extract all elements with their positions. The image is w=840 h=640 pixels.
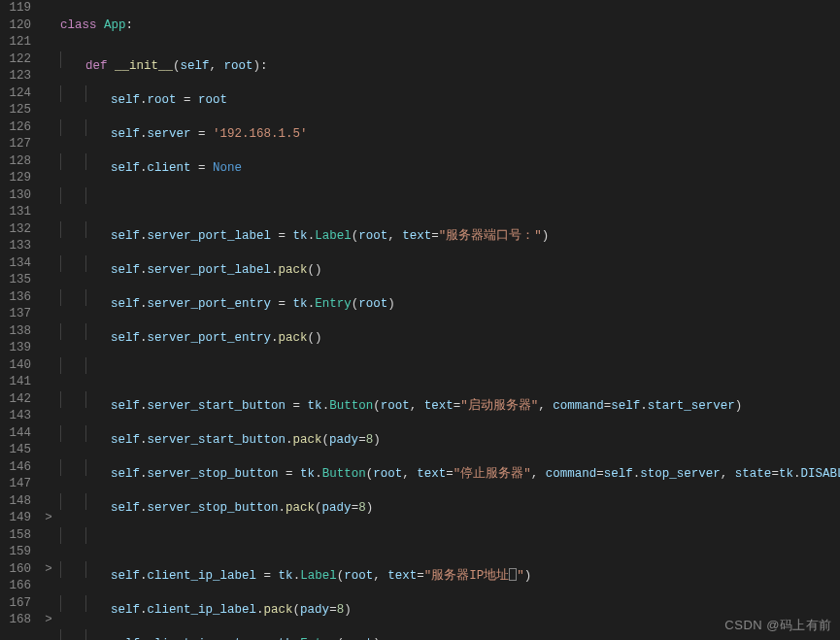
line-number: 126	[0, 119, 31, 137]
code-line[interactable]: self.server = '192.168.1.5'	[56, 119, 840, 137]
code-editor[interactable]: 119 120 121 122 123 124 125 126 127 128 …	[0, 0, 840, 640]
code-line[interactable]: self.server_stop_button = tk.Button(root…	[56, 459, 840, 477]
code-line[interactable]	[56, 187, 840, 205]
fold-marker-collapsed[interactable]: >	[41, 561, 56, 579]
fold-marker[interactable]	[41, 51, 56, 69]
fold-marker[interactable]	[41, 493, 56, 511]
code-line[interactable]: def __init__(self, root):	[56, 51, 840, 69]
line-number: 121	[0, 34, 31, 51]
line-number: 127	[0, 136, 31, 153]
line-number: 131	[0, 204, 31, 221]
fold-marker[interactable]	[41, 544, 56, 561]
code-line[interactable]: self.client = None	[56, 153, 840, 171]
code-line[interactable]: self.client_ip_entry = tk.Entry(root)	[56, 629, 840, 641]
fold-marker[interactable]	[41, 255, 56, 273]
fold-marker[interactable]	[41, 306, 56, 323]
line-number: 129	[0, 170, 31, 187]
line-number: 167	[0, 595, 31, 613]
code-line[interactable]: self.client_ip_label = tk.Label(root, te…	[56, 561, 840, 579]
line-number: 124	[0, 85, 31, 103]
line-number: 136	[0, 289, 31, 307]
fold-marker[interactable]	[41, 323, 56, 341]
code-line[interactable]: self.server_port_label = tk.Label(root, …	[56, 221, 840, 239]
code-line[interactable]: self.client_ip_label.pack(pady=8)	[56, 595, 840, 613]
fold-gutter: > > >	[41, 0, 56, 640]
line-number: 145	[0, 442, 31, 459]
line-number: 142	[0, 391, 31, 409]
line-number: 158	[0, 527, 31, 545]
fold-marker[interactable]	[41, 136, 56, 153]
fold-marker[interactable]	[41, 476, 56, 493]
line-number: 166	[0, 578, 31, 595]
line-number: 141	[0, 374, 31, 391]
fold-marker[interactable]	[41, 187, 56, 205]
code-line[interactable]: self.server_port_entry = tk.Entry(root)	[56, 289, 840, 307]
line-number: 137	[0, 306, 31, 323]
fold-marker-collapsed[interactable]: >	[41, 510, 56, 527]
fold-marker[interactable]	[41, 221, 56, 239]
line-number: 146	[0, 459, 31, 477]
line-number: 139	[0, 340, 31, 357]
fold-marker[interactable]	[41, 238, 56, 255]
line-number: 140	[0, 357, 31, 375]
fold-marker[interactable]	[41, 68, 56, 85]
line-number: 159	[0, 544, 31, 561]
line-number: 168	[0, 612, 31, 629]
line-number: 130	[0, 187, 31, 205]
line-number: 128	[0, 153, 31, 171]
line-number: 147	[0, 476, 31, 493]
fold-marker[interactable]	[41, 34, 56, 51]
line-number-gutter: 119 120 121 122 123 124 125 126 127 128 …	[0, 0, 41, 640]
line-number: 143	[0, 408, 31, 425]
line-number: 132	[0, 221, 31, 239]
line-number: 160	[0, 561, 31, 579]
code-line[interactable]: self.server_port_entry.pack()	[56, 323, 840, 341]
fold-marker[interactable]	[41, 442, 56, 459]
fold-marker[interactable]	[41, 578, 56, 595]
code-line[interactable]: self.server_start_button.pack(pady=8)	[56, 425, 840, 443]
fold-marker[interactable]	[41, 17, 56, 35]
line-number: 123	[0, 68, 31, 85]
fold-marker[interactable]	[41, 102, 56, 119]
line-number: 149	[0, 510, 31, 527]
code-line[interactable]: self.server_stop_button.pack(pady=8)	[56, 493, 840, 511]
code-area[interactable]: class App: def __init__(self, root): sel…	[56, 0, 840, 640]
fold-marker[interactable]	[41, 391, 56, 409]
fold-marker[interactable]	[41, 340, 56, 357]
watermark: CSDN @码上有前	[724, 617, 832, 634]
line-number: 148	[0, 493, 31, 511]
fold-marker[interactable]	[41, 0, 56, 17]
code-line[interactable]: class App:	[56, 17, 840, 35]
fold-marker[interactable]	[41, 595, 56, 613]
code-line[interactable]: self.server_port_label.pack()	[56, 255, 840, 273]
line-number: 135	[0, 272, 31, 289]
line-number: 120	[0, 17, 31, 35]
line-number: 144	[0, 425, 31, 443]
fold-marker[interactable]	[41, 374, 56, 391]
fold-marker[interactable]	[41, 357, 56, 375]
fold-marker[interactable]	[41, 85, 56, 103]
fold-marker[interactable]	[41, 408, 56, 425]
line-number: 119	[0, 0, 31, 17]
code-line[interactable]: self.root = root	[56, 85, 840, 103]
fold-marker[interactable]	[41, 425, 56, 443]
code-line[interactable]: self.server_start_button = tk.Button(roo…	[56, 391, 840, 409]
fold-marker[interactable]	[41, 459, 56, 477]
fold-marker[interactable]	[41, 153, 56, 171]
fold-marker[interactable]	[41, 289, 56, 307]
line-number: 122	[0, 51, 31, 69]
fold-marker-collapsed[interactable]: >	[41, 612, 56, 629]
code-line[interactable]	[56, 357, 840, 375]
fold-marker[interactable]	[41, 527, 56, 545]
line-number: 133	[0, 238, 31, 255]
fold-marker[interactable]	[41, 170, 56, 187]
code-line[interactable]	[56, 527, 840, 545]
line-number: 134	[0, 255, 31, 273]
line-number: 125	[0, 102, 31, 119]
fold-marker[interactable]	[41, 119, 56, 137]
line-number: 138	[0, 323, 31, 341]
fold-marker[interactable]	[41, 272, 56, 289]
fold-marker[interactable]	[41, 204, 56, 221]
